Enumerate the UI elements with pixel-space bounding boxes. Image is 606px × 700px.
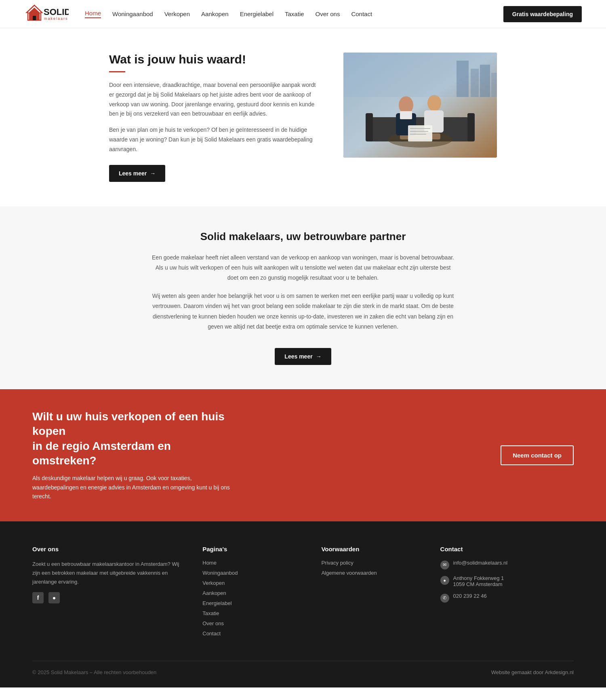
- footer-email-row: ✉ info@solidmakelaars.nl: [440, 560, 574, 569]
- cta-section: Wilt u uw huis verkopen of een huis kope…: [0, 389, 606, 521]
- footer-contact-title: Contact: [440, 546, 574, 552]
- footer-phone: 020 239 22 46: [453, 593, 487, 599]
- partner-paragraph-1: Een goede makelaar heeft niet alleen ver…: [149, 253, 457, 283]
- cta-title-line2: in de regio Amsterdam en omstreken?: [32, 440, 171, 467]
- footer-link-contact[interactable]: Contact: [202, 630, 305, 637]
- svg-rect-22: [457, 61, 469, 97]
- hero-section: Wat is jouw huis waard! Door een intensi…: [97, 53, 509, 182]
- footer-link-aankopen[interactable]: Aankopen: [202, 590, 305, 596]
- footer-link-verkopen[interactable]: Verkopen: [202, 580, 305, 586]
- footer-address-line1: Anthony Fokkerweg 1: [453, 575, 504, 581]
- footer-paginas-title: Pagina's: [202, 546, 305, 552]
- nav-over-ons[interactable]: Over ons: [316, 11, 340, 17]
- svg-text:SOLID: SOLID: [44, 7, 69, 17]
- footer-voorwaarden-title: Voorwaarden: [321, 546, 424, 552]
- footer-col-paginas: Pagina's Home Woningaanbod Verkopen Aank…: [202, 546, 305, 641]
- location-icon: ●: [440, 576, 449, 585]
- svg-rect-14: [400, 111, 412, 119]
- footer-link-over-ons[interactable]: Over ons: [202, 620, 305, 626]
- cta-title: Wilt u uw huis verkopen of een huis kope…: [32, 409, 234, 468]
- partner-lees-meer-button[interactable]: Lees meer →: [275, 348, 331, 365]
- hero-text: Wat is jouw huis waard! Door een intensi…: [109, 53, 319, 182]
- partner-lees-meer-label: Lees meer: [284, 353, 312, 360]
- svg-rect-24: [480, 65, 490, 97]
- social-icons: f ●: [32, 592, 186, 603]
- hero-title: Wat is jouw huis waard!: [109, 53, 319, 66]
- footer-address-row: ● Anthony Fokkerweg 1 1059 CM Amsterdam: [440, 575, 574, 587]
- nav-contact[interactable]: Contact: [351, 11, 372, 17]
- hero-lees-meer-label: Lees meer: [119, 170, 147, 177]
- footer-phone-row: ✆ 020 239 22 46: [440, 593, 574, 603]
- footer-made-by[interactable]: Website gemaakt door Arkdesign.nl: [491, 669, 574, 675]
- footer-col-over-ons: Over ons Zoekt u een betrouwbaar makelaa…: [32, 546, 186, 641]
- footer-col-contact: Contact ✉ info@solidmakelaars.nl ● Antho…: [440, 546, 574, 641]
- main-nav: Home Woningaanbod Verkopen Aankopen Ener…: [85, 10, 503, 18]
- nav-verkopen[interactable]: Verkopen: [164, 11, 190, 17]
- footer-copyright: © 2025 Solid Makelaars – Alle rechten vo…: [32, 669, 156, 675]
- footer-link-algemene[interactable]: Algemene voorwaarden: [321, 570, 424, 576]
- partner-paragraph-2: Wij weten als geen ander hoe belangrijk …: [149, 291, 457, 332]
- nav-home[interactable]: Home: [85, 10, 101, 18]
- hero-paragraph-2: Ben je van plan om je huis te verkopen? …: [109, 125, 319, 154]
- facebook-icon[interactable]: f: [32, 592, 44, 603]
- hero-underline: [109, 71, 125, 72]
- email-icon: ✉: [440, 561, 449, 569]
- footer-over-ons-title: Over ons: [32, 546, 186, 552]
- footer-over-ons-description: Zoekt u een betrouwbaar makelaarskantoor…: [32, 560, 186, 586]
- svg-point-15: [427, 95, 441, 111]
- footer-link-home[interactable]: Home: [202, 560, 305, 566]
- footer-link-energielabel[interactable]: Energielabel: [202, 600, 305, 606]
- cta-text: Wilt u uw huis verkopen of een huis kope…: [32, 409, 234, 501]
- phone-icon: ✆: [440, 594, 449, 603]
- hero-paragraph-1: Door een intensieve, draadkrachtige, maa…: [109, 80, 319, 119]
- svg-rect-2: [33, 16, 36, 20]
- svg-rect-9: [467, 113, 475, 141]
- footer-link-privacy[interactable]: Privacy policy: [321, 560, 424, 566]
- hero-image-placeholder: [343, 53, 497, 158]
- footer-bottom: © 2025 Solid Makelaars – Alle rechten vo…: [32, 661, 574, 675]
- svg-rect-8: [366, 113, 373, 141]
- hero-lees-meer-button[interactable]: Lees meer →: [109, 165, 165, 182]
- footer-email: info@solidmakelaars.nl: [453, 560, 508, 566]
- svg-rect-23: [471, 69, 479, 97]
- nav-taxatie[interactable]: Taxatie: [285, 11, 304, 17]
- svg-rect-17: [408, 125, 432, 141]
- partner-title: Solid makelaars, uw betrouwbare partner: [12, 230, 594, 243]
- partner-section: Solid makelaars, uw betrouwbare partner …: [0, 206, 606, 389]
- svg-text:makelaars: makelaars: [44, 17, 68, 21]
- footer-link-taxatie[interactable]: Taxatie: [202, 610, 305, 616]
- svg-rect-25: [491, 73, 497, 97]
- footer-link-woningaanbod[interactable]: Woningaanbod: [202, 570, 305, 576]
- neem-contact-op-button[interactable]: Neem contact op: [501, 445, 574, 465]
- footer-col-voorwaarden: Voorwaarden Privacy policy Algemene voor…: [321, 546, 424, 641]
- header: SOLID makelaars Home Woningaanbod Verkop…: [0, 0, 606, 28]
- footer: Over ons Zoekt u een betrouwbaar makelaa…: [0, 521, 606, 687]
- instagram-icon[interactable]: ●: [48, 592, 60, 603]
- hero-lees-meer-arrow: →: [150, 170, 156, 177]
- footer-address: Anthony Fokkerweg 1 1059 CM Amsterdam: [453, 575, 504, 587]
- hero-image: [343, 53, 497, 158]
- gratis-waardebepaling-button[interactable]: Gratis waardebepaling: [503, 6, 582, 22]
- cta-title-line1: Wilt u uw huis verkopen of een huis kope…: [32, 410, 225, 437]
- footer-address-line2: 1059 CM Amsterdam: [453, 581, 504, 587]
- logo[interactable]: SOLID makelaars: [24, 3, 69, 25]
- partner-lees-meer-arrow: →: [316, 353, 322, 360]
- footer-grid: Over ons Zoekt u een betrouwbaar makelaa…: [32, 546, 574, 641]
- cta-description: Als deskundige makelaar helpen wij u gra…: [32, 474, 234, 501]
- nav-aankopen[interactable]: Aankopen: [201, 11, 229, 17]
- nav-woningaanbod[interactable]: Woningaanbod: [112, 11, 153, 17]
- nav-energielabel[interactable]: Energielabel: [240, 11, 274, 17]
